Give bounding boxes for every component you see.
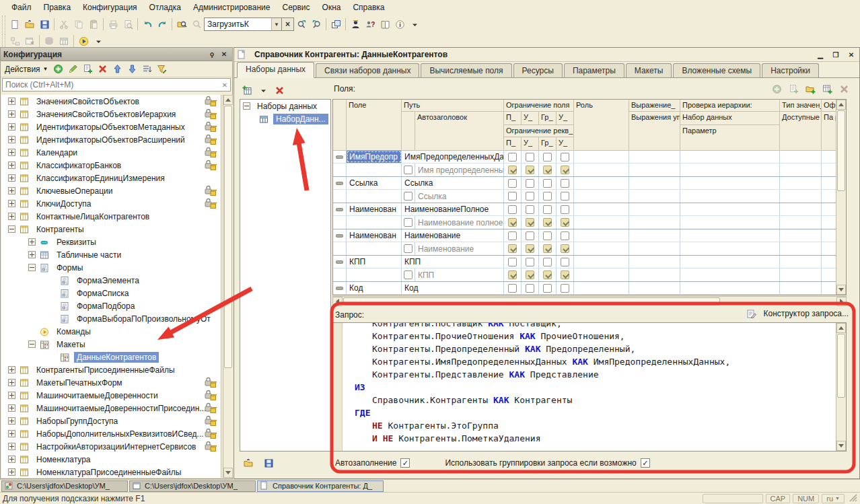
autotitle-checkbox[interactable] [404, 271, 413, 279]
tree-item[interactable]: НоменклатураПрисоединенныеФайлы [1, 466, 221, 478]
collapse-icon[interactable] [28, 264, 36, 271]
tree-item[interactable]: НастройкиАвторизацииИнтернетСервисов [1, 440, 221, 453]
field-limit-checkbox[interactable] [561, 284, 569, 293]
tree-item[interactable]: ФормаПодбора [1, 299, 221, 312]
field-limit-checkbox[interactable] [543, 179, 552, 188]
field-name[interactable]: Наименован [349, 205, 396, 214]
tree-item[interactable]: Формы [1, 261, 221, 274]
field-path[interactable]: НаименованиеПолное [404, 205, 489, 214]
syntax-check-icon[interactable]: ? [363, 17, 378, 32]
attr-limit-checkbox[interactable] [561, 244, 569, 253]
field-row[interactable]: НаименованНаименованиеНаименование [333, 229, 836, 256]
field-limit-checkbox[interactable] [561, 258, 569, 266]
expand-icon[interactable] [28, 238, 36, 246]
tree-item[interactable]: ИдентификаторыОбъектовРасширений [1, 133, 221, 146]
field-path[interactable]: Наименование [404, 231, 460, 240]
column-header[interactable]: У_ [557, 112, 574, 125]
expand-icon[interactable] [8, 98, 15, 105]
field-name[interactable]: Ссылка [349, 178, 378, 188]
scroll-up-icon[interactable] [223, 95, 233, 105]
language-selector[interactable]: ru ▼ [822, 494, 845, 503]
field-path[interactable]: Ссылка [404, 178, 433, 188]
column-header[interactable]: Оф [822, 100, 837, 112]
tree-item[interactable]: НаборыГруппДоступа [1, 415, 221, 427]
taskbar-tab[interactable]: Справочник Контрагенты: Д_ [257, 480, 384, 492]
tree-item[interactable]: КлассификаторЕдиницИзмерения [1, 172, 221, 184]
fields-table-hscrollbar[interactable] [332, 296, 847, 306]
expand-icon[interactable] [8, 379, 15, 386]
groupings-checkbox[interactable]: ✓ [641, 458, 650, 468]
column-header[interactable]: Путь [402, 100, 504, 112]
field-limit-checkbox[interactable] [561, 153, 569, 161]
search-input[interactable] [3, 80, 218, 89]
column-header[interactable]: Параметр [680, 125, 780, 151]
column-header[interactable]: Поле [347, 100, 402, 151]
column-header[interactable]: П_ [504, 112, 522, 125]
field-autotitle[interactable]: Ссылка [418, 192, 446, 201]
collapse-icon[interactable] [243, 102, 250, 110]
expand-icon[interactable] [8, 468, 15, 476]
undo-icon[interactable] [140, 17, 155, 32]
edit-icon[interactable] [66, 62, 81, 77]
combobox-dropdown-icon[interactable]: ▼ [271, 18, 281, 30]
field-limit-checkbox[interactable] [543, 205, 552, 214]
field-autotitle[interactable]: КПП [418, 271, 434, 280]
toolbar-grip[interactable] [2, 15, 5, 33]
taskbar-tab[interactable]: C:\Users\jdfox\Desktop\УМ_ [1, 480, 128, 492]
query-constructor-link[interactable]: Конструктор запроса... [747, 309, 849, 318]
expand-icon[interactable] [28, 251, 36, 258]
field-limit-checkbox[interactable] [543, 153, 552, 161]
field-name[interactable]: КПП [349, 257, 365, 266]
menu-item-5[interactable]: Администрирование [187, 1, 276, 13]
pin-icon[interactable]: ϙ [207, 50, 217, 59]
scroll-down-icon[interactable] [223, 468, 233, 478]
query-editor[interactable]: Контрагенты.Поставщик КАК Поставщик,Конт… [332, 322, 847, 452]
redo-icon[interactable] [155, 17, 170, 32]
tab-Макеты[interactable]: Макеты [626, 63, 672, 77]
tab-Ресурсы[interactable]: Ресурсы [513, 63, 563, 77]
tree-item[interactable]: МакетыПечатныхФорм [1, 376, 221, 389]
scroll-up-icon[interactable] [836, 323, 846, 333]
fields-table-scrollbar[interactable] [836, 100, 846, 295]
resize-grip[interactable] [849, 493, 857, 504]
field-limit-checkbox[interactable] [543, 284, 552, 293]
column-header[interactable]: П_ [504, 137, 522, 151]
search-combobox[interactable]: ЗагрузитьК ▼ [204, 17, 282, 31]
sort-list-icon[interactable] [140, 62, 155, 77]
start-debug-icon[interactable] [76, 34, 91, 48]
clear-search-button[interactable]: × [282, 17, 294, 31]
actions-menu-button[interactable]: Действия▼ [2, 63, 51, 75]
attr-limit-checkbox[interactable] [508, 218, 517, 227]
column-header[interactable] [333, 100, 347, 151]
configuration-tree-scrollbar[interactable] [223, 95, 233, 478]
open-folder-icon[interactable] [241, 456, 256, 470]
column-header[interactable]: Роль [574, 100, 629, 151]
caret-down-icon[interactable] [256, 83, 271, 98]
expand-icon[interactable] [8, 123, 15, 131]
expand-icon[interactable] [8, 136, 15, 143]
tab-Вложенные схемы[interactable]: Вложенные схемы [673, 63, 760, 77]
taskbar-tab[interactable]: C:\Users\jdfox\Desktop\УМ_ [129, 480, 256, 492]
toolbar-grip[interactable] [2, 34, 5, 48]
tab-Связи наборов данных[interactable]: Связи наборов данных [316, 63, 419, 77]
menu-item-8[interactable]: Справка [347, 1, 390, 13]
attr-limit-checkbox[interactable] [526, 244, 534, 253]
expand-icon[interactable] [8, 392, 15, 399]
field-name[interactable]: Код [349, 283, 363, 293]
attr-limit-checkbox[interactable] [526, 218, 534, 227]
find-next-icon[interactable] [294, 17, 309, 32]
restore-icon[interactable]: ❐ [830, 50, 841, 59]
attr-limit-checkbox[interactable] [543, 192, 552, 201]
menu-item-3[interactable]: Конфигурация [77, 1, 143, 13]
query-line[interactable]: Контрагенты.ИмяПредопределенныхДанных КА… [345, 355, 833, 368]
query-line[interactable]: Справочник.Контрагенты КАК Контрагенты [345, 394, 833, 406]
field-limit-checkbox[interactable] [526, 284, 534, 293]
scroll-left-icon[interactable] [332, 297, 343, 306]
clear-search-icon[interactable]: ✕ [219, 80, 230, 89]
query-line[interactable]: Контрагенты.Представление КАК Представле… [345, 368, 833, 381]
autotitle-checkbox[interactable] [404, 218, 413, 227]
row-grip-icon[interactable] [336, 182, 343, 185]
add-dataset-icon[interactable] [240, 83, 254, 98]
field-row[interactable]: СсылкаСсылкаСсылка [333, 177, 836, 203]
tab-Параметры[interactable]: Параметры [564, 63, 624, 77]
